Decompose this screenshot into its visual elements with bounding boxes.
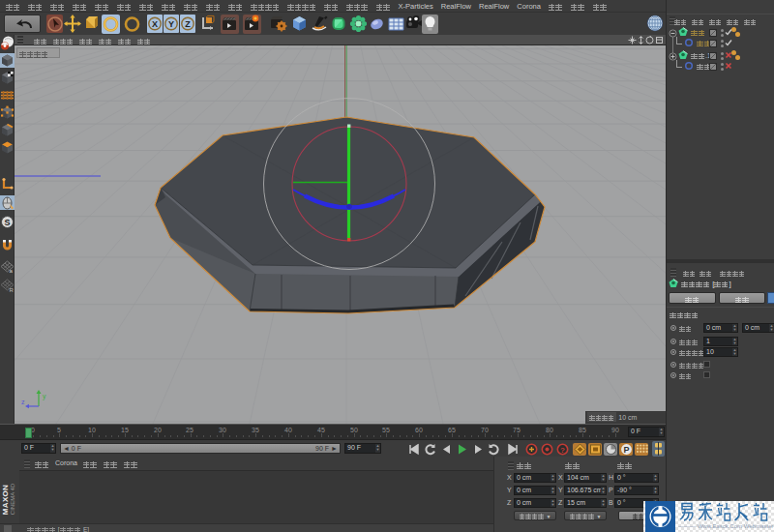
svg-text:X: X	[152, 19, 158, 29]
svg-text:P: P	[623, 444, 629, 454]
svg-text:Z: Z	[185, 19, 191, 29]
svg-text:R: R	[10, 287, 15, 293]
svg-text:Y: Y	[168, 19, 174, 29]
svg-text:z: z	[21, 399, 25, 405]
svg-text:y: y	[43, 393, 46, 400]
svg-text:?: ?	[560, 445, 565, 454]
svg-text:S: S	[4, 218, 10, 227]
svg-text:a: a	[10, 268, 14, 274]
